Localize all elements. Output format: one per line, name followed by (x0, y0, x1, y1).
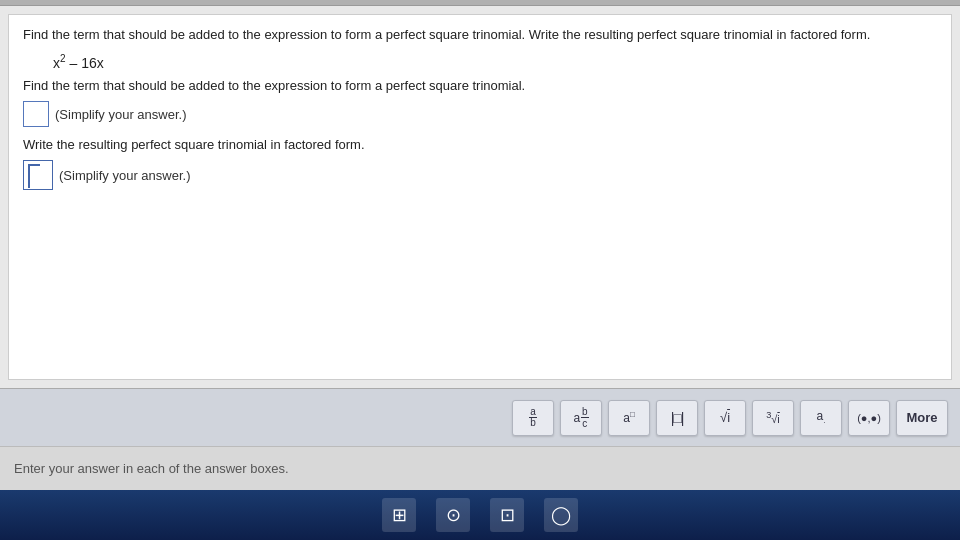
bottom-hint-bar: Enter your answer in each of the answer … (0, 446, 960, 490)
subscript-button[interactable]: a. (800, 400, 842, 436)
sqrt-button[interactable]: √i (704, 400, 746, 436)
sub-question-2: Write the resulting perfect square trino… (23, 137, 937, 152)
cbrt-button[interactable]: 3√i (752, 400, 794, 436)
answer-box-2[interactable] (23, 160, 53, 190)
content-area: Find the term that should be added to th… (0, 6, 960, 388)
taskbar-file-icon[interactable]: ⊞ (382, 498, 416, 532)
taskbar-circle-icon[interactable]: ◯ (544, 498, 578, 532)
absolute-value-button[interactable]: |□| (656, 400, 698, 436)
answer-hint-1: (Simplify your answer.) (55, 107, 186, 122)
answer-row-2: (Simplify your answer.) (23, 160, 937, 190)
question-panel: Find the term that should be added to th… (8, 14, 952, 380)
taskbar-search-icon[interactable]: ⊙ (436, 498, 470, 532)
answer-hint-2: (Simplify your answer.) (59, 168, 190, 183)
toolbar: a b a b c a□ |□| √i 3 (0, 388, 960, 446)
more-button[interactable]: More (896, 400, 948, 436)
main-instruction: Find the term that should be added to th… (23, 25, 937, 45)
taskbar: ⊞ ⊙ ⊡ ◯ (0, 490, 960, 540)
bottom-hint-text: Enter your answer in each of the answer … (14, 461, 289, 476)
sub-question-1: Find the term that should be added to th… (23, 78, 937, 93)
answer-row-1: (Simplify your answer.) (23, 101, 937, 127)
superscript-button[interactable]: a□ (608, 400, 650, 436)
taskbar-folder-icon[interactable]: ⊡ (490, 498, 524, 532)
answer-box-1[interactable] (23, 101, 49, 127)
interval-button[interactable]: (●,●) (848, 400, 890, 436)
expression: x2 – 16x (53, 53, 937, 71)
fraction-button[interactable]: a b (512, 400, 554, 436)
mixed-fraction-button[interactable]: a b c (560, 400, 602, 436)
